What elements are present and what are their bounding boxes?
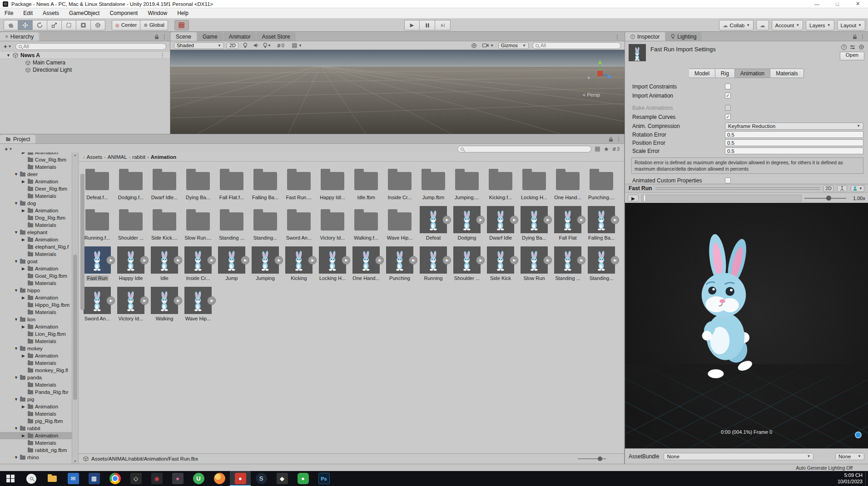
layers-button[interactable]: Layers▼ — [806, 20, 834, 30]
asset-tile[interactable]: ▶ Jump — [215, 244, 248, 285]
scene-audio-icon[interactable] — [252, 42, 260, 49]
hierarchy-item-main-camera[interactable]: Main Camera — [0, 59, 170, 66]
asset-tile[interactable]: ▶ Punching — [383, 244, 417, 285]
asset-tile[interactable]: ▶ Side Kick.... — [148, 204, 181, 244]
photoshop-icon[interactable]: Ps — [313, 471, 334, 486]
asset-tile[interactable]: ▶ Wave Hip... — [383, 204, 417, 244]
asset-tile[interactable]: ▶ Shoulder ... — [450, 244, 484, 285]
rect-tool-icon[interactable] — [62, 20, 76, 30]
tree-item[interactable]: ▶ Animation — [0, 236, 72, 243]
transform-tool-icon[interactable] — [76, 20, 91, 30]
play-preview-icon[interactable]: ▶ — [308, 256, 317, 265]
asset-tile[interactable]: ▶ Fall Flat — [551, 204, 585, 244]
position-error-field[interactable] — [725, 139, 863, 146]
asset-tile[interactable]: ▶ Dwarf Idle — [484, 204, 517, 244]
menu-window[interactable]: Window — [148, 10, 167, 16]
asset-tile[interactable]: ▶ Sword An... — [282, 204, 316, 244]
scene-viewport[interactable]: x < Persp — [170, 50, 625, 134]
asset-tile[interactable]: ▶ Sword An... — [80, 285, 114, 325]
play-preview-icon[interactable]: ▶ — [442, 216, 451, 224]
firefox-icon[interactable] — [209, 471, 230, 486]
tab-rig[interactable]: Rig — [715, 69, 735, 78]
taskbar-clock[interactable]: 5:09 CH 10/01/2023 — [838, 472, 865, 485]
tree-item[interactable]: Hippo_Rig.fbm — [0, 301, 72, 309]
scene-header-news-a[interactable]: ▼ News A ⋮ — [0, 51, 170, 59]
hierarchy-item-directional-light[interactable]: Directional Light — [0, 66, 170, 74]
menu-gameobject[interactable]: GameObject — [69, 10, 99, 16]
dark-app-icon[interactable]: ◉ — [146, 471, 167, 486]
tree-item[interactable]: Dog_Rig.fbm — [0, 214, 72, 221]
play-preview-icon[interactable]: ▶ — [577, 256, 585, 265]
tree-item[interactable]: ▶ Animation — [0, 294, 72, 301]
asset-tile[interactable]: ▶ Running.f... — [80, 204, 114, 244]
unity-hub-icon[interactable]: ◆ — [272, 471, 293, 486]
asset-tile[interactable]: ▶ Standing ... — [551, 244, 585, 285]
hand-tool-icon[interactable] — [4, 20, 18, 30]
asset-tile[interactable]: ▶ Falling Ba... — [248, 163, 282, 204]
tree-item[interactable]: ▶ Animation — [0, 207, 72, 214]
menu-assets[interactable]: Assets — [43, 10, 59, 16]
play-preview-icon[interactable]: ▶ — [140, 296, 149, 305]
custom-tool-icon[interactable] — [91, 20, 105, 30]
tree-item[interactable]: ▼ pig — [0, 396, 72, 403]
tree-item[interactable]: rabbit_rig.fbm — [0, 447, 72, 454]
move-tool-icon[interactable] — [18, 20, 33, 30]
panel-menu-icon[interactable]: ⋮ — [860, 34, 865, 40]
play-preview-icon[interactable]: ▶ — [106, 256, 115, 265]
lock-icon[interactable] — [154, 34, 159, 39]
preview-viewport[interactable]: 0:00 (004.1%) Frame 0 — [625, 203, 868, 448]
playhead[interactable] — [644, 195, 645, 201]
tree-item[interactable]: Materials — [0, 439, 72, 447]
play-button[interactable]: ▶ — [404, 20, 420, 30]
play-preview-icon[interactable]: ▶ — [174, 296, 182, 305]
tree-item[interactable]: ▼ panda — [0, 374, 72, 381]
tab-asset-store[interactable]: Asset Store — [257, 32, 296, 41]
import-constraints-checkbox[interactable] — [725, 83, 731, 89]
asset-tile[interactable]: ▶ Locking H... — [316, 244, 349, 285]
create-add-button[interactable]: +▼ — [4, 43, 12, 50]
play-preview-icon[interactable]: ▶ — [577, 216, 585, 224]
scene-lighting-icon[interactable] — [241, 42, 249, 49]
maximize-button[interactable]: □ — [827, 0, 848, 8]
tab-project[interactable]: Project — [0, 135, 35, 143]
tree-item[interactable]: Materials — [0, 163, 72, 171]
tree-item[interactable]: Materials — [0, 250, 72, 258]
asset-tile[interactable]: ▶ Kicking — [282, 244, 316, 285]
asset-tile[interactable]: ▶ Wave Hip... — [181, 285, 215, 325]
tree-item[interactable]: ▼ mokey — [0, 345, 72, 352]
tree-item[interactable]: monkey_Rig.fl — [0, 367, 72, 374]
rotation-error-field[interactable] — [725, 131, 863, 138]
scene-menu-icon[interactable]: ⋮ — [160, 52, 165, 59]
search-button[interactable] — [21, 471, 42, 486]
tab-game[interactable]: Game — [197, 32, 223, 41]
play-preview-icon[interactable]: ▶ — [543, 256, 552, 265]
play-preview-icon[interactable]: ▶ — [510, 216, 518, 224]
u-app-icon[interactable]: U — [188, 471, 209, 486]
tree-item[interactable]: ▼ deer — [0, 171, 72, 178]
asset-tile[interactable]: ▶ Defeat.f... — [80, 163, 114, 204]
asset-tile[interactable]: ▶ Walking — [148, 285, 181, 325]
scene-effects-icon[interactable]: ▼ — [263, 42, 271, 49]
asset-tile[interactable]: ▶ Inside Cr... — [383, 163, 417, 204]
hierarchy-search-input[interactable]: All — [15, 43, 166, 50]
start-button[interactable] — [0, 471, 21, 486]
play-preview-icon[interactable]: ▶ — [476, 256, 485, 265]
rotate-tool-icon[interactable] — [33, 20, 47, 30]
thumbnail-size-slider[interactable] — [578, 458, 606, 459]
show-desktop-button[interactable] — [865, 471, 868, 486]
play-preview-icon[interactable]: ▶ — [241, 256, 249, 265]
lighting-status-text[interactable]: Auto Generate Lighting Off — [796, 465, 853, 471]
tree-item[interactable]: ▶ Animation — [0, 432, 72, 439]
play-preview-icon[interactable]: ▶ — [342, 256, 350, 265]
play-preview-icon[interactable]: ▶ — [375, 256, 384, 265]
tree-item[interactable]: Materials — [0, 221, 72, 229]
pause-button[interactable] — [420, 20, 435, 30]
hidden-objects-toggle[interactable]: ø0 — [274, 42, 288, 49]
animated-custom-properties-checkbox[interactable] — [725, 177, 731, 183]
grid-visibility-icon[interactable]: ▼ — [290, 42, 304, 49]
pivot-toggle-button[interactable]: ◎Center — [112, 20, 140, 30]
preview-drag-handle[interactable] — [655, 187, 820, 190]
gizmos-dropdown[interactable]: Gizmos▼ — [498, 42, 529, 49]
tree-item[interactable]: ▼ lion — [0, 316, 72, 323]
grid-snap-icon[interactable] — [174, 20, 189, 30]
